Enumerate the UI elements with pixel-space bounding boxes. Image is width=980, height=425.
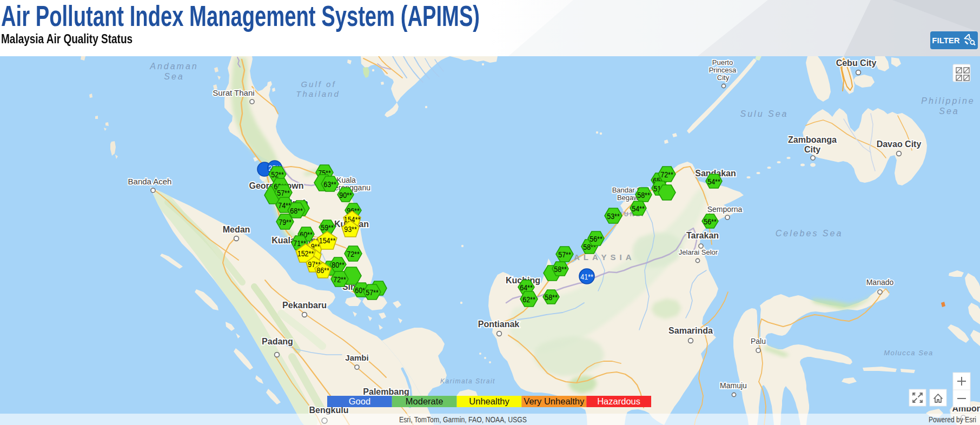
svg-text:64**: 64** (520, 283, 533, 292)
svg-text:72**: 72** (333, 275, 346, 284)
svg-text:152**: 152** (297, 249, 314, 258)
svg-text:Philippine: Philippine (921, 96, 975, 105)
svg-text:Moderate: Moderate (406, 396, 443, 406)
svg-text:Sea: Sea (164, 72, 184, 81)
svg-text:City: City (804, 145, 820, 154)
svg-text:Semporna: Semporna (707, 205, 743, 214)
svg-text:Zamboanga: Zamboanga (788, 135, 837, 144)
svg-text:Pontianak: Pontianak (478, 320, 520, 329)
svg-text:Jambi: Jambi (345, 353, 368, 362)
svg-text:Sulu Sea: Sulu Sea (740, 109, 789, 118)
svg-text:MALAYSIA: MALAYSIA (564, 253, 635, 262)
svg-text:68**: 68** (290, 206, 303, 215)
svg-text:Gulf of: Gulf of (301, 79, 336, 89)
svg-text:154**: 154** (319, 236, 336, 245)
svg-text:57**: 57** (558, 250, 571, 259)
svg-text:62**: 62** (522, 295, 535, 304)
svg-text:Andaman: Andaman (149, 62, 198, 71)
svg-text:72**: 72** (347, 249, 360, 258)
svg-text:Esri, TomTom, Garmin, FAO, NOA: Esri, TomTom, Garmin, FAO, NOAA, USGS (399, 415, 527, 424)
svg-text:79**: 79** (279, 217, 292, 227)
svg-text:56**: 56** (704, 217, 717, 226)
svg-text:54**: 54** (632, 204, 645, 213)
svg-text:Sea: Sea (939, 107, 959, 116)
svg-text:90**: 90** (339, 190, 352, 200)
svg-text:Palembang: Palembang (363, 387, 409, 396)
svg-text:Cebu City: Cebu City (836, 58, 877, 68)
svg-text:57**: 57** (277, 188, 290, 197)
svg-text:Puerto: Puerto (712, 58, 733, 67)
svg-text:72**: 72** (660, 170, 673, 179)
svg-text:41**: 41** (580, 272, 593, 281)
svg-text:Princesa: Princesa (709, 66, 737, 74)
svg-text:Surat Thani: Surat Thani (213, 88, 254, 97)
svg-text:Tarakan: Tarakan (686, 231, 719, 240)
svg-text:Thailand: Thailand (296, 89, 340, 98)
svg-text:53**: 53** (607, 211, 620, 221)
svg-text:Pekanbaru: Pekanbaru (282, 301, 327, 310)
svg-text:56**: 56** (590, 234, 602, 243)
svg-text:Molucca Sea: Molucca Sea (884, 349, 933, 357)
svg-text:Padang: Padang (262, 337, 293, 346)
svg-text:City: City (717, 74, 730, 82)
svg-text:Powered by Esri: Powered by Esri (929, 415, 976, 424)
svg-text:93**: 93** (344, 224, 357, 234)
svg-text:Celebes Sea: Celebes Sea (776, 229, 843, 238)
svg-text:Palu: Palu (751, 337, 766, 346)
svg-text:Manado: Manado (866, 278, 894, 287)
svg-text:Jelarai Selor: Jelarai Selor (679, 248, 718, 256)
svg-text:58**: 58** (545, 293, 558, 302)
svg-text:Good: Good (349, 396, 370, 406)
svg-text:80**: 80** (332, 260, 345, 269)
svg-text:Mamuju: Mamuju (720, 381, 747, 390)
svg-text:54**: 54** (707, 177, 720, 186)
svg-text:Karimata Strait: Karimata Strait (440, 377, 495, 385)
svg-text:52**: 52** (271, 170, 284, 179)
svg-text:Very Unhealthy: Very Unhealthy (524, 396, 585, 406)
svg-text:Unhealthy: Unhealthy (469, 396, 509, 406)
svg-text:57**: 57** (366, 288, 379, 297)
svg-text:59**: 59** (321, 223, 334, 232)
svg-text:63**: 63** (323, 180, 336, 189)
svg-text:Banda Aceh: Banda Aceh (128, 177, 172, 186)
svg-text:Medan: Medan (223, 225, 250, 234)
svg-text:Davao City: Davao City (877, 140, 922, 149)
svg-text:86**: 86** (316, 265, 329, 275)
svg-text:Hazardous: Hazardous (597, 396, 640, 406)
svg-text:58**: 58** (554, 264, 567, 274)
svg-text:Samarinda: Samarinda (668, 326, 713, 335)
svg-text:58**: 58** (637, 190, 650, 200)
